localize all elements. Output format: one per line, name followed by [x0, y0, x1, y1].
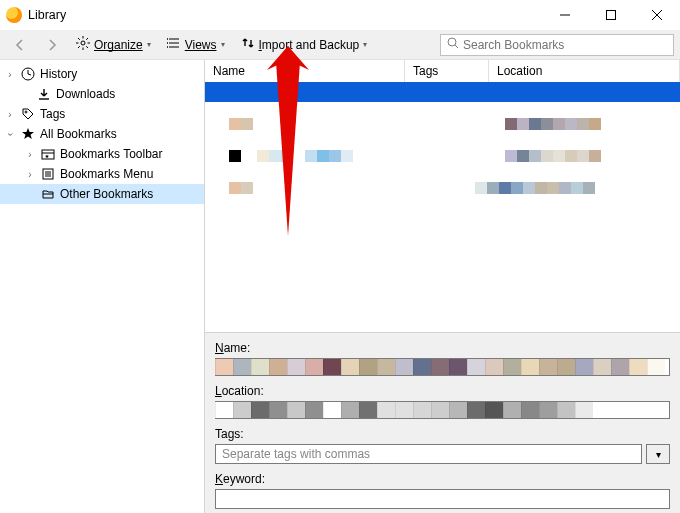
sidebar-item-tags[interactable]: › Tags: [0, 104, 204, 124]
name-field[interactable]: [215, 358, 670, 376]
svg-rect-1: [607, 11, 616, 20]
tags-label: Tags:: [215, 427, 670, 441]
search-input[interactable]: [463, 38, 667, 52]
svg-point-18: [167, 46, 168, 48]
sidebar: › History › Downloads › Tags › All Bookm…: [0, 60, 205, 513]
twisty-icon[interactable]: ›: [4, 69, 16, 80]
svg-line-11: [86, 38, 88, 40]
column-location[interactable]: Location: [489, 60, 680, 82]
tags-dropdown-button[interactable]: ▾: [646, 444, 670, 464]
twisty-icon[interactable]: ›: [5, 128, 16, 140]
svg-point-16: [167, 38, 168, 40]
list-row[interactable]: [205, 178, 680, 198]
location-label: Location:: [215, 384, 670, 398]
sidebar-item-all-bookmarks[interactable]: › All Bookmarks: [0, 124, 204, 144]
keyword-label: Keyword:: [215, 472, 670, 486]
import-export-icon: [241, 36, 255, 53]
firefox-icon: [6, 7, 22, 23]
import-backup-menu[interactable]: Import and Backup▾: [235, 33, 374, 57]
list-row[interactable]: [205, 82, 680, 102]
svg-line-23: [28, 74, 31, 75]
maximize-button[interactable]: [588, 0, 634, 30]
sidebar-item-bookmarks-menu[interactable]: › Bookmarks Menu: [0, 164, 204, 184]
list-row[interactable]: [205, 114, 680, 134]
svg-line-9: [78, 38, 80, 40]
toolbar: Organize▾ Views▾ Import and Backup▾: [0, 30, 680, 60]
tag-icon: [20, 106, 36, 122]
sidebar-item-bookmarks-toolbar[interactable]: › Bookmarks Toolbar: [0, 144, 204, 164]
column-tags[interactable]: Tags: [405, 60, 489, 82]
star-icon: [20, 126, 36, 142]
svg-line-12: [78, 46, 80, 48]
minimize-button[interactable]: [542, 0, 588, 30]
svg-point-4: [81, 41, 85, 45]
clock-icon: [20, 66, 36, 82]
column-headers: Name Tags Location: [205, 60, 680, 82]
svg-point-25: [25, 111, 27, 113]
keyword-field[interactable]: [215, 489, 670, 509]
search-box[interactable]: [440, 34, 674, 56]
toolbar-icon: [40, 146, 56, 162]
search-icon: [447, 37, 459, 52]
column-name[interactable]: Name: [205, 60, 405, 82]
sidebar-item-history[interactable]: › History: [0, 64, 204, 84]
organize-menu[interactable]: Organize▾: [70, 33, 157, 57]
details-pane: Name: Location: Tags: Separate tags with…: [205, 332, 680, 513]
name-label: Name:: [215, 341, 670, 355]
forward-button[interactable]: [38, 33, 66, 57]
folder-icon: [40, 186, 56, 202]
sidebar-item-downloads[interactable]: › Downloads: [0, 84, 204, 104]
list-icon: [167, 36, 181, 53]
tags-field[interactable]: Separate tags with commas: [215, 444, 642, 464]
views-menu[interactable]: Views▾: [161, 33, 231, 57]
titlebar: Library: [0, 0, 680, 30]
twisty-icon[interactable]: ›: [24, 149, 36, 160]
svg-point-19: [448, 38, 456, 46]
back-button[interactable]: [6, 33, 34, 57]
gear-icon: [76, 36, 90, 53]
list-row[interactable]: [205, 146, 680, 166]
svg-point-17: [167, 42, 168, 44]
close-button[interactable]: [634, 0, 680, 30]
location-field[interactable]: [215, 401, 670, 419]
svg-line-20: [455, 45, 458, 48]
menu-icon: [40, 166, 56, 182]
download-icon: [36, 86, 52, 102]
svg-line-10: [86, 46, 88, 48]
twisty-icon[interactable]: ›: [24, 169, 36, 180]
sidebar-item-other-bookmarks[interactable]: › Other Bookmarks: [0, 184, 204, 204]
chevron-down-icon: ▾: [656, 449, 661, 460]
twisty-icon[interactable]: ›: [4, 109, 16, 120]
bookmark-list[interactable]: [205, 82, 680, 332]
window-title: Library: [28, 8, 66, 22]
